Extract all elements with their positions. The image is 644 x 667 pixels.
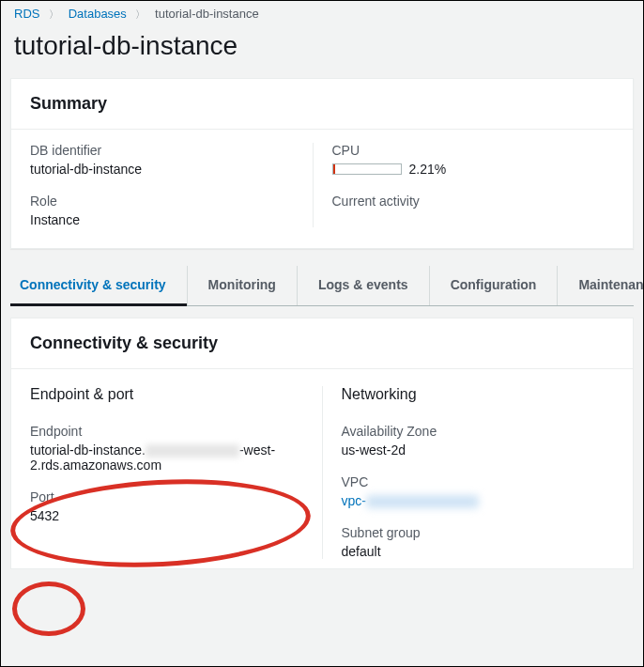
cpu-percent: 2.21%: [409, 162, 447, 177]
tab-monitoring[interactable]: Monitoring: [187, 266, 297, 305]
port-label: Port: [30, 489, 303, 504]
port-value: 5432: [30, 508, 303, 523]
tab-connectivity[interactable]: Connectivity & security: [10, 266, 187, 306]
breadcrumb-current: tutorial-db-instance: [155, 7, 259, 21]
endpoint-value: tutorial-db-instance.-west-2.rds.amazona…: [30, 442, 303, 473]
summary-panel: Summary DB identifier tutorial-db-instan…: [10, 78, 634, 249]
tab-logs[interactable]: Logs & events: [297, 266, 429, 305]
chevron-right-icon: 〉: [135, 8, 146, 20]
summary-col-right: CPU 2.21% Current activity: [314, 143, 615, 227]
vpc-label: VPC: [342, 474, 615, 489]
endpoint-prefix: tutorial-db-instance.: [30, 442, 146, 458]
summary-heading: Summary: [11, 79, 633, 130]
networking-heading: Networking: [342, 386, 615, 403]
cpu-bar: [332, 163, 402, 175]
vpc-prefix: vpc-: [342, 493, 366, 508]
redacted-blur: [366, 495, 479, 508]
breadcrumb-rds[interactable]: RDS: [14, 7, 39, 21]
db-identifier-label: DB identifier: [30, 143, 294, 158]
cpu-label: CPU: [332, 143, 596, 158]
cpu-value-row: 2.21%: [332, 162, 596, 177]
chevron-right-icon: 〉: [49, 8, 59, 20]
az-value: us-west-2d: [342, 442, 615, 458]
tab-bar: Connectivity & security Monitoring Logs …: [10, 266, 634, 306]
tab-maintenance[interactable]: Maintenanc: [557, 266, 644, 305]
breadcrumb-databases[interactable]: Databases: [69, 7, 127, 21]
endpoint-label: Endpoint: [30, 424, 303, 439]
redacted-blur: [146, 444, 239, 458]
az-label: Availability Zone: [342, 424, 615, 439]
connectivity-panel: Connectivity & security Endpoint & port …: [10, 318, 634, 569]
endpoint-port-heading: Endpoint & port: [30, 386, 303, 403]
summary-col-left: DB identifier tutorial-db-instance Role …: [30, 143, 314, 227]
db-identifier-value: tutorial-db-instance: [30, 162, 294, 177]
role-value: Instance: [30, 212, 294, 227]
vpc-link[interactable]: vpc-: [342, 493, 479, 508]
vpc-value: vpc-: [342, 493, 615, 508]
connectivity-heading: Connectivity & security: [11, 318, 633, 369]
endpoint-port-col: Endpoint & port Endpoint tutorial-db-ins…: [30, 386, 323, 559]
current-activity-label: Current activity: [332, 194, 596, 209]
page-title: tutorial-db-instance: [1, 25, 643, 78]
breadcrumb: RDS 〉 Databases 〉 tutorial-db-instance: [1, 1, 643, 25]
role-label: Role: [30, 194, 294, 209]
annotation-ellipse-port: [12, 582, 85, 636]
subnet-value: default: [342, 544, 615, 559]
tab-configuration[interactable]: Configuration: [429, 266, 558, 305]
subnet-label: Subnet group: [342, 525, 615, 540]
networking-col: Networking Availability Zone us-west-2d …: [323, 386, 615, 559]
